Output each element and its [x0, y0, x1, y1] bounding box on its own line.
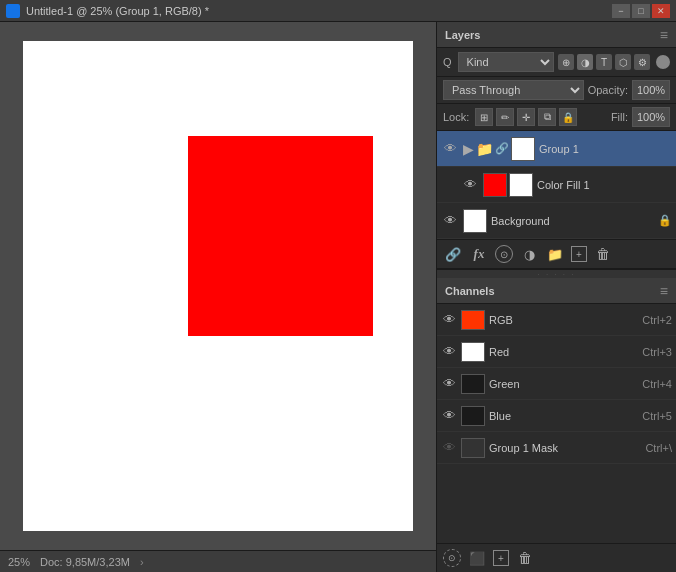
folder-icon-group1: ▶: [463, 141, 474, 157]
layer-thumb-background: [463, 209, 487, 233]
eye-icon-group1[interactable]: 👁: [441, 140, 459, 158]
channel-shortcut-green: Ctrl+4: [642, 378, 672, 390]
lock-image-btn[interactable]: ✏: [496, 108, 514, 126]
channel-shortcut-mask: Ctrl+\: [645, 442, 672, 454]
layers-panel: Layers ≡ Q Kind Name Effect Mode Attribu…: [437, 22, 676, 270]
canvas-document: [23, 41, 413, 531]
channel-item-rgb[interactable]: 👁 RGB Ctrl+2: [437, 304, 676, 336]
title-bar-left: Untitled-1 @ 25% (Group 1, RGB/8) *: [6, 4, 209, 18]
layer-name-group1: Group 1: [539, 143, 672, 155]
filter-type-icon[interactable]: T: [596, 54, 612, 70]
channel-name-red: Red: [489, 346, 638, 358]
canvas-viewport[interactable]: [0, 22, 436, 550]
fill-label: Fill:: [611, 111, 628, 123]
lock-all-btn[interactable]: 🔒: [559, 108, 577, 126]
new-layer-icon[interactable]: +: [571, 246, 587, 262]
eye-icon-colorfill[interactable]: 👁: [461, 176, 479, 194]
layer-thumb-colorfill-mask: [509, 173, 533, 197]
opacity-input[interactable]: [632, 80, 670, 100]
canvas-area: 25% Doc: 9,85M/3,23M ›: [0, 22, 436, 572]
channel-thumb-red: [461, 342, 485, 362]
layer-thumb-area-group1: ▶ 📁 🔗: [463, 137, 535, 161]
eye-blue[interactable]: 👁: [441, 408, 457, 424]
delete-layer-icon[interactable]: 🗑: [593, 244, 613, 264]
channels-selection-icon[interactable]: ⊙: [443, 549, 461, 567]
filter-icons-row: ⊕ ◑ T ⬡ ⚙: [558, 54, 650, 70]
doc-info: Doc: 9,85M/3,23M: [40, 556, 130, 568]
filter-row: Q Kind Name Effect Mode Attribute Color …: [437, 48, 676, 77]
channel-thumb-mask: [461, 438, 485, 458]
eye-mask[interactable]: 👁: [441, 440, 457, 456]
layers-panel-title: Layers: [445, 29, 480, 41]
channel-shortcut-red: Ctrl+3: [642, 346, 672, 358]
channel-item-mask[interactable]: 👁 Group 1 Mask Ctrl+\: [437, 432, 676, 464]
blend-row: Pass Through Normal Multiply Screen Over…: [437, 77, 676, 104]
eye-green[interactable]: 👁: [441, 376, 457, 392]
channel-name-mask: Group 1 Mask: [489, 442, 641, 454]
channel-item-green[interactable]: 👁 Green Ctrl+4: [437, 368, 676, 400]
channels-panel: Channels ≡ 👁 RGB Ctrl+2 👁 Red Ctrl+3: [437, 278, 676, 572]
eye-icon-background[interactable]: 👁: [441, 212, 459, 230]
layer-item-background[interactable]: 👁 Background 🔒: [437, 203, 676, 239]
layer-thumb-group1: [511, 137, 535, 161]
channel-name-blue: Blue: [489, 410, 638, 422]
close-button[interactable]: ✕: [652, 4, 670, 18]
lock-label: Lock:: [443, 111, 469, 123]
zoom-level: 25%: [8, 556, 30, 568]
channel-item-red[interactable]: 👁 Red Ctrl+3: [437, 336, 676, 368]
layer-item-colorfill[interactable]: 👁 Color Fill 1: [437, 167, 676, 203]
channel-thumb-green: [461, 374, 485, 394]
lock-position-btn[interactable]: ✛: [517, 108, 535, 126]
lock-artboard-btn[interactable]: ⧉: [538, 108, 556, 126]
eye-rgb[interactable]: 👁: [441, 312, 457, 328]
filter-adjust-icon[interactable]: ◑: [577, 54, 593, 70]
channel-shortcut-blue: Ctrl+5: [642, 410, 672, 422]
app-icon: [6, 4, 20, 18]
filter-pixel-icon[interactable]: ⊕: [558, 54, 574, 70]
channel-name-rgb: RGB: [489, 314, 638, 326]
canvas-statusbar: 25% Doc: 9,85M/3,23M ›: [0, 550, 436, 572]
statusbar-arrow: ›: [140, 556, 144, 568]
kind-dropdown[interactable]: Kind Name Effect Mode Attribute Color Sm…: [458, 52, 554, 72]
link-layers-icon[interactable]: 🔗: [443, 244, 463, 264]
lock-icons-group: ⊞ ✏ ✛ ⧉ 🔒: [475, 108, 607, 126]
eye-red[interactable]: 👁: [441, 344, 457, 360]
filter-toggle[interactable]: [656, 55, 670, 69]
folder-shape-icon: 📁: [476, 141, 493, 157]
channels-panel-header: Channels ≡: [437, 278, 676, 304]
minimize-button[interactable]: −: [612, 4, 630, 18]
add-mask-icon[interactable]: ⊙: [495, 245, 513, 263]
filter-shape-icon[interactable]: ⬡: [615, 54, 631, 70]
maximize-button[interactable]: □: [632, 4, 650, 18]
fx-icon[interactable]: fx: [469, 244, 489, 264]
layer-name-colorfill: Color Fill 1: [537, 179, 672, 191]
lock-transparent-btn[interactable]: ⊞: [475, 108, 493, 126]
layer-thumb-colorfill-red: [483, 173, 507, 197]
layers-actions: 🔗 fx ⊙ ◑ 📁 + 🗑: [437, 239, 676, 270]
layers-list: 👁 ▶ 📁 🔗 Group 1 👁 C: [437, 131, 676, 239]
channel-item-blue[interactable]: 👁 Blue Ctrl+5: [437, 400, 676, 432]
layers-panel-header: Layers ≡: [437, 22, 676, 48]
channel-thumb-blue: [461, 406, 485, 426]
layer-item-group1[interactable]: 👁 ▶ 📁 🔗 Group 1: [437, 131, 676, 167]
title-text: Untitled-1 @ 25% (Group 1, RGB/8) *: [26, 5, 209, 17]
title-bar: Untitled-1 @ 25% (Group 1, RGB/8) * − □ …: [0, 0, 676, 22]
channels-panel-title: Channels: [445, 285, 495, 297]
channels-panel-menu-icon[interactable]: ≡: [660, 283, 668, 299]
new-group-icon[interactable]: 📁: [545, 244, 565, 264]
panel-resize-handle[interactable]: · · · · ·: [437, 270, 676, 278]
channels-new-icon[interactable]: +: [493, 550, 509, 566]
channels-mask-icon[interactable]: ⬛: [467, 548, 487, 568]
filter-smart-icon[interactable]: ⚙: [634, 54, 650, 70]
fill-input[interactable]: [632, 107, 670, 127]
channel-shortcut-rgb: Ctrl+2: [642, 314, 672, 326]
chain-icon-group1: 🔗: [495, 142, 509, 155]
channel-name-green: Green: [489, 378, 638, 390]
right-panel: Layers ≡ Q Kind Name Effect Mode Attribu…: [436, 22, 676, 572]
layers-panel-menu-icon[interactable]: ≡: [660, 27, 668, 43]
channels-delete-icon[interactable]: 🗑: [515, 548, 535, 568]
blend-mode-dropdown[interactable]: Pass Through Normal Multiply Screen Over…: [443, 80, 584, 100]
adjustment-icon[interactable]: ◑: [519, 244, 539, 264]
opacity-label: Opacity:: [588, 84, 628, 96]
main-layout: 25% Doc: 9,85M/3,23M › Layers ≡ Q Kind N…: [0, 22, 676, 572]
